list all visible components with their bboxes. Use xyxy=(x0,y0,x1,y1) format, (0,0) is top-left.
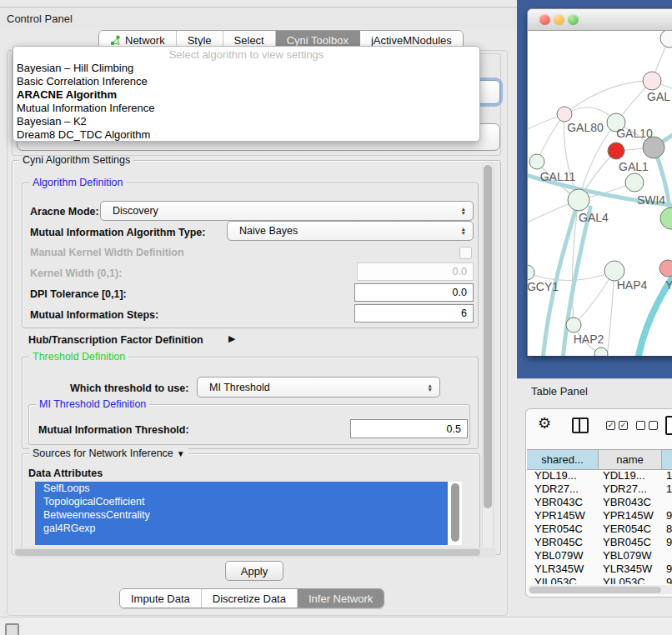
table-cell: 9. xyxy=(663,509,672,522)
data-attributes-list[interactable]: SelfLoopsTopologicalCoefficientBetweenne… xyxy=(35,482,462,545)
minimize-window-icon[interactable] xyxy=(554,14,564,25)
settings-hscrollbar-thumb[interactable] xyxy=(15,549,480,556)
table-cell: YLR345W xyxy=(599,562,663,576)
dropdown-item-basic-correlation-inference[interactable]: Basic Correlation Inference xyxy=(13,75,479,88)
dropdown-item-bayesian-k2[interactable]: Bayesian – K2 xyxy=(13,115,479,128)
mi-steps-value: 6 xyxy=(461,308,467,319)
attribute-item-topologicalcoefficient[interactable]: TopologicalCoefficient xyxy=(35,495,448,508)
node-gal1[interactable] xyxy=(625,173,644,192)
mi-type-label: Mutual Information Algorithm Type: xyxy=(30,227,205,238)
table-cell: 9 xyxy=(663,576,672,584)
node-hap2[interactable] xyxy=(566,318,581,332)
node-gal80[interactable] xyxy=(557,107,572,122)
unchecked-box-icon xyxy=(636,421,645,430)
apply-button[interactable]: Apply xyxy=(225,561,283,581)
tab-label: Cyni Toolbox xyxy=(287,34,349,47)
mi-type-select[interactable]: Naive Bayes ▲▼ xyxy=(227,221,474,241)
data-attributes-label: Data Attributes xyxy=(28,468,103,479)
node-gal4[interactable] xyxy=(568,189,589,211)
select-all-checkboxes-icon[interactable]: ✓ ✓ xyxy=(606,421,628,430)
cyni-settings-title: Cyni Algorithm Settings xyxy=(19,154,133,166)
attribute-item-selfloops[interactable]: SelfLoops xyxy=(35,482,448,495)
mi-steps-field[interactable]: 6 xyxy=(354,304,474,322)
kernel-width-field[interactable]: 0.0 xyxy=(357,262,474,281)
table-row[interactable]: YBL079WYBL079W xyxy=(527,549,672,562)
attribute-item-betweennesscentrality[interactable]: BetweennessCentrality xyxy=(35,508,448,522)
table-cell: 9. xyxy=(663,536,672,549)
which-threshold-value: MI Threshold xyxy=(209,382,270,393)
column-header-shared[interactable]: shared... xyxy=(527,450,599,469)
table-header: shared... name xyxy=(527,449,672,470)
network-canvas[interactable]: GALGAL80GAL10GAL1GAL11GAL4GCY1HAP4YHAP2S… xyxy=(528,31,672,356)
table-row[interactable]: YPR145WYPR145W9. xyxy=(527,509,672,522)
column-header-name[interactable]: name xyxy=(599,450,662,469)
settings-horizontal-scrollbar[interactable] xyxy=(13,548,497,558)
tab-discretize-data[interactable]: Discretize Data xyxy=(202,589,298,608)
attribute-item-gal4rgexp[interactable]: gal4RGexp xyxy=(35,522,448,535)
manual-kernel-checkbox[interactable] xyxy=(459,247,472,259)
node-label-swi4: SWI4 xyxy=(637,193,665,207)
aracne-mode-value: Discovery xyxy=(113,205,158,217)
dropdown-item-bayesian-hill-climbing[interactable]: Bayesian – Hill Climbing xyxy=(13,62,479,75)
stepper-arrows-icon: ▲▼ xyxy=(461,227,466,235)
table-cell: YBL079W xyxy=(527,549,599,562)
tab-label: Select xyxy=(234,34,264,47)
table-row[interactable]: YDL19...YDL19...13 xyxy=(527,469,672,482)
table-row[interactable]: YIL053CYIL053C9 xyxy=(527,576,672,584)
dpi-tolerance-label: DPI Tolerance [0,1]: xyxy=(30,288,127,300)
sources-title: Sources for Network Inference▼ xyxy=(29,448,188,459)
table-row[interactable]: YDR27...YDR27...12 xyxy=(527,482,672,496)
minimized-panel-icon[interactable] xyxy=(5,623,19,635)
dropdown-item-aracne-algorithm[interactable]: ARACNE Algorithm xyxy=(13,88,479,102)
table-cell: YBR043C xyxy=(599,496,663,509)
node-salmon[interactable] xyxy=(659,260,672,277)
expand-right-icon[interactable]: ▶ xyxy=(228,333,235,344)
node-label-y: Y xyxy=(665,278,672,292)
network-window-titlebar[interactable] xyxy=(528,9,672,31)
column-header-partial[interactable] xyxy=(662,450,672,469)
mi-threshold-field[interactable]: 0.5 xyxy=(350,419,468,438)
table-horizontal-scrollbar[interactable] xyxy=(528,585,672,594)
gear-icon[interactable]: ⚙ xyxy=(538,414,551,432)
table-cell: YPR145W xyxy=(599,509,663,522)
aracne-mode-select[interactable]: Discovery ▲▼ xyxy=(100,201,474,221)
close-window-icon[interactable] xyxy=(539,14,550,25)
dropdown-item-dream8-dc-tdc-algorithm[interactable]: Dream8 DC_TDC Algorithm xyxy=(13,128,479,142)
dropdown-item-mutual-information-inference[interactable]: Mutual Information Inference xyxy=(13,102,479,115)
node-gcy1[interactable] xyxy=(528,265,534,280)
node-green-right[interactable] xyxy=(660,208,672,229)
table-row[interactable]: YLR345WYLR345W9. xyxy=(527,562,672,576)
table-hscrollbar-thumb[interactable] xyxy=(529,587,661,593)
split-columns-icon[interactable] xyxy=(572,418,589,433)
screen: { "window": { "title": "Control Panel" }… xyxy=(0,0,672,635)
dpi-tolerance-field[interactable]: 0.0 xyxy=(354,283,474,302)
zoom-window-icon[interactable] xyxy=(568,14,579,25)
node-label-gal1: GAL1 xyxy=(619,160,649,173)
node-gal11[interactable] xyxy=(529,154,544,169)
document-icon[interactable] xyxy=(665,416,672,435)
deselect-all-checkboxes-icon[interactable] xyxy=(636,421,658,430)
tab-label: Discretize Data xyxy=(213,592,286,605)
table-rows: YDL19...YDL19...13YDR27...YDR27...12YBR0… xyxy=(527,469,672,584)
node-bottom-cut[interactable] xyxy=(594,348,608,356)
tab-impute-data[interactable]: Impute Data xyxy=(120,589,202,608)
table-row[interactable]: YBR043CYBR043C xyxy=(527,496,672,509)
table-row[interactable]: YER054CYER054C8. xyxy=(527,522,672,536)
algorithm-definition-title: Algorithm Definition xyxy=(29,177,126,188)
node-label-gcy1: GCY1 xyxy=(528,280,559,293)
table-row[interactable]: YBR045CYBR045C9. xyxy=(527,536,672,549)
settings-vertical-scrollbar[interactable] xyxy=(482,162,494,552)
network-edge[interactable] xyxy=(537,114,564,162)
tab-infer-network[interactable]: Infer Network xyxy=(298,589,384,608)
which-threshold-select[interactable]: MI Threshold ▲▼ xyxy=(197,377,440,398)
node-top-cut[interactable] xyxy=(660,31,672,48)
settings-scrollbar-thumb[interactable] xyxy=(484,165,492,508)
network-edge[interactable] xyxy=(528,271,614,281)
node-red[interactable] xyxy=(608,142,624,159)
network-edge[interactable] xyxy=(607,271,614,356)
node-gal-cut[interactable] xyxy=(643,72,661,90)
table-cell: YBR045C xyxy=(527,536,599,549)
attributes-scrollbar-thumb[interactable] xyxy=(451,483,459,542)
table-cell: 8. xyxy=(663,522,672,536)
collapse-down-icon[interactable]: ▼ xyxy=(177,449,185,458)
